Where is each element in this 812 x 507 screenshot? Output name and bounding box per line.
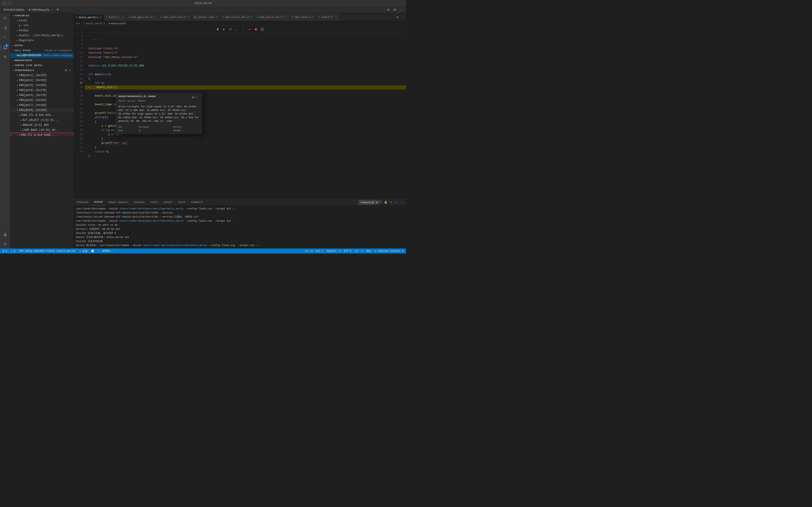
settings-button[interactable]: ⚙ xyxy=(55,7,61,12)
split-editor-button[interactable]: ⧉ xyxy=(386,7,391,12)
nav-forward-button[interactable]: → xyxy=(7,1,12,5)
tab-hello-world-c[interactable]: C hello_world.c × xyxy=(74,13,104,21)
output-link[interactable]: /Users/coder/workspace/work/hpm/hello_wo… xyxy=(119,220,183,222)
activity-icon-extensions[interactable]: ⊞ xyxy=(1,52,10,61)
debug-restart-button[interactable]: ⟳ xyxy=(228,27,233,32)
close-icon[interactable]: × xyxy=(285,16,287,19)
debug-config-button[interactable]: ▶ HPM Debug Op ⌄ xyxy=(27,7,54,12)
status-language[interactable]: C xyxy=(361,250,364,252)
more-button[interactable]: ··· xyxy=(62,7,67,12)
tab-hpm-iomux[interactable]: C hpm_iomux.h × xyxy=(290,13,317,21)
more-tabs-button[interactable]: ··· xyxy=(400,13,406,21)
panel-tab-xrtos[interactable]: XRTOS xyxy=(175,199,188,206)
status-warnings[interactable]: ⚠ 0 xyxy=(10,250,16,252)
status-build[interactable]: ⚡ 生成 xyxy=(79,249,88,253)
sidebar-item-pad-pb18[interactable]: ▾ PAD[pb18] [0x190] xyxy=(10,108,73,113)
tab-hpm-clock[interactable]: C hpm_clock_drv.h × xyxy=(158,13,192,21)
sidebar-item-loop-back[interactable]: ▸ LOOP_BACK [16:16] 0b... xyxy=(10,128,73,133)
output-link[interactable]: /Users/coder/workspace/work/hpm/hello_wo… xyxy=(119,207,183,210)
status-eol[interactable]: LF xyxy=(354,250,359,252)
sidebar-item-pad-pb13[interactable]: ▸ PAD[pb13] [0x168] xyxy=(10,83,73,88)
panel-tab-problems[interactable]: PROBLEMS xyxy=(74,199,91,206)
close-icon[interactable]: × xyxy=(154,16,156,19)
tab-hpm-pllctl[interactable]: C hpm_pllctl_drv.h × xyxy=(255,13,290,21)
sidebar-item-func-ctl[interactable]: ▾ FUNC_CTL @ 0x0 0x0... xyxy=(10,113,73,118)
debug-stop-button[interactable]: ⏹ xyxy=(253,27,258,32)
panel-tab-debug-console[interactable]: DEBUG CONSOLE xyxy=(106,199,131,206)
debug-step-into-button[interactable]: ↑ xyxy=(240,27,246,32)
xperipherals-header[interactable]: ▾ XPERIPHERALS ⟳ + xyxy=(10,68,73,73)
sidebar-item-pad-pb11[interactable]: ▸ PAD[pb11] [0x158] xyxy=(10,73,73,78)
status-spaces[interactable]: Spaces: 4 xyxy=(326,250,341,252)
debug-step-out-button[interactable]: ↩ xyxy=(247,27,252,32)
close-icon[interactable]: × xyxy=(335,16,337,19)
tab-board-c[interactable]: C board.c × xyxy=(104,13,126,21)
tab-hpm-sysctl[interactable]: C hpm_sysctl_drv.h × xyxy=(220,13,255,21)
status-debug-session[interactable]: HPM Debug OpenOCD FT2232 (hello_world) xyxy=(18,250,77,252)
variables-header[interactable]: ▾ VARIABLES xyxy=(10,13,73,18)
panel-list-icon[interactable]: ☰ xyxy=(378,200,383,205)
sidebar-item-pad-pb12[interactable]: ▸ PAD[pb12] [0x160] xyxy=(10,78,73,83)
refresh-icon[interactable]: ⟳ xyxy=(64,69,68,72)
status-line-col[interactable]: Ln 17, Col 1 xyxy=(304,250,324,252)
close-icon[interactable]: × xyxy=(122,16,124,19)
debug-disconnect-button[interactable]: ⬛ xyxy=(259,27,265,32)
sidebar-item-pad-pb17[interactable]: ▸ PAD[pb17] [0x188] xyxy=(10,103,73,108)
copy-popup-icon[interactable]: ⊕ xyxy=(192,96,194,99)
status-encoding[interactable]: UTF-8 xyxy=(343,250,352,252)
debug-step-over-button[interactable]: ↓ xyxy=(234,27,240,32)
close-icon[interactable]: × xyxy=(187,16,189,19)
sidebar-item-pad-pb15[interactable]: ▸ PAD[pb15] [0x178] xyxy=(10,93,73,98)
status-tabnine[interactable]: o tabnine starter ∞ xyxy=(374,250,404,252)
add-icon[interactable]: + xyxy=(68,69,72,72)
breadcrumb-fn[interactable]: main(void) xyxy=(111,22,126,25)
activity-icon-source-control[interactable] xyxy=(1,33,10,42)
activity-icon-debug[interactable]: 1 xyxy=(1,43,10,52)
edit-popup-icon[interactable]: ✎ xyxy=(195,96,197,99)
panel-tab-ports[interactable]: PORTS xyxy=(148,199,161,206)
tab-hpm-gpio[interactable]: C hpm_gpio_drv.h × xyxy=(126,13,158,21)
status-platform[interactable]: Mac xyxy=(366,250,372,252)
sidebar-item-pad-pb14[interactable]: ▸ PAD[pb14] [0x170] xyxy=(10,88,73,93)
sidebar-item-pad-ctl[interactable]: ▾ PAD_CTL @ 0x4 0x00... xyxy=(10,133,73,136)
close-icon[interactable]: × xyxy=(312,16,314,19)
close-icon[interactable]: × xyxy=(250,16,252,19)
panel-clear-icon[interactable]: ⊘ xyxy=(389,200,393,205)
sidebar-item-local[interactable]: ▾ Local xyxy=(10,18,73,23)
status-sync[interactable]: 🔄 xyxy=(90,250,95,252)
cortex-live-watch-header[interactable]: ▾ CORTEX LIVE WATCH xyxy=(10,63,73,68)
sidebar-item-registers[interactable]: ▸ Registers xyxy=(10,38,73,43)
panel-tab-output[interactable]: OUTPUT xyxy=(91,199,106,206)
tab-board-h[interactable]: C board.h × xyxy=(317,13,339,21)
breadcrumb-src[interactable]: src xyxy=(76,22,80,25)
watch-header[interactable]: ▾ WATCH xyxy=(10,43,73,48)
debug-continue-button[interactable]: ▶ xyxy=(221,27,227,32)
sidebar-item-u[interactable]: u: 0x0 xyxy=(10,23,73,28)
sidebar-item-alt-select[interactable]: ▸ ALT_SELECT [4:0] 0x... xyxy=(10,118,73,123)
split-right-button[interactable]: ⧉ xyxy=(395,13,400,21)
sidebar-item-global[interactable]: ▸ Global xyxy=(10,28,73,33)
activity-icon-account[interactable] xyxy=(1,230,10,239)
activity-icon-files[interactable]: ⎘ xyxy=(1,14,10,23)
panel-close-icon[interactable]: × xyxy=(400,200,404,205)
run-debug-button[interactable]: RUN AND DEBUG xyxy=(2,7,26,12)
debug-pause-button[interactable]: ⏸ xyxy=(215,27,220,32)
output-link[interactable]: /Users/coder/workspace/work/hpm/hello_wo… xyxy=(143,244,207,247)
breakpoints-header[interactable]: ▾ BREAKPOINTS xyxy=(10,58,73,63)
panel-expand-icon[interactable]: ⬆ xyxy=(394,200,399,205)
activity-icon-settings[interactable]: ⚙ xyxy=(1,239,10,248)
layout-button[interactable]: ⊞ xyxy=(392,7,398,12)
sidebar-item-analog[interactable]: ▸ ANALOG [8:8] 0b0 xyxy=(10,123,73,128)
panel-tab-memory[interactable]: MEMORY xyxy=(161,199,175,206)
call-stack-header[interactable]: ▾ CALL STACK Paused on breakpoint xyxy=(10,48,73,53)
nav-back-button[interactable]: ← xyxy=(2,1,6,5)
sidebar-item-pad-pb16[interactable]: ▸ PAD[pb16] [0x180] xyxy=(10,98,73,103)
panel-tab-terminal[interactable]: TERMINAL xyxy=(131,199,148,206)
sidebar-item-main-frame[interactable]: main@0x80005d66 /Users/coder/workspac... xyxy=(10,53,73,58)
output-source-select[interactable]: CMake/生成 xyxy=(358,200,379,205)
tab-launch-json[interactable]: {} launch.json × xyxy=(192,13,220,21)
close-icon[interactable]: × xyxy=(216,16,217,19)
breadcrumb-file[interactable]: hello_world.c xyxy=(86,22,105,25)
panel-lock-icon[interactable]: 🔒 xyxy=(383,200,388,205)
more-toolbar-button[interactable]: ··· xyxy=(399,7,404,12)
